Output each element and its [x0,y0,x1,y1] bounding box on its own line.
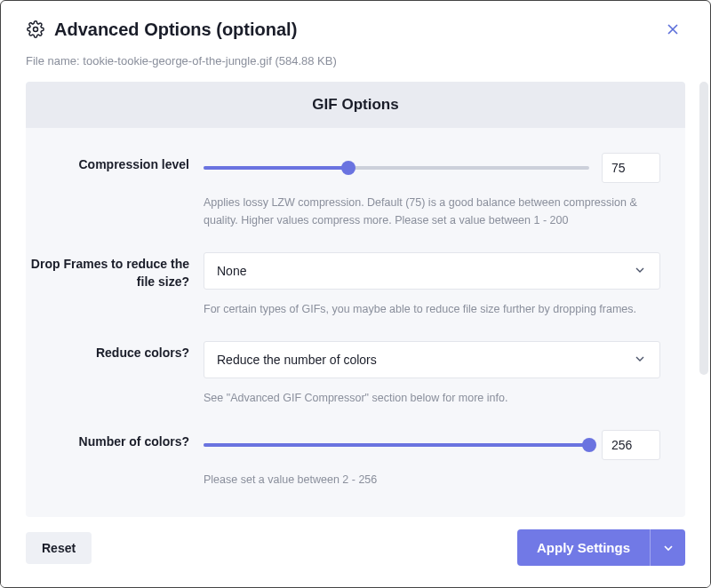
row-drop-frames: Drop Frames to reduce the file size? Non… [26,252,660,318]
row-compression: Compression level Applies lossy LZW comp… [26,153,660,229]
num-colors-hint: Please set a value between 2 - 256 [204,471,660,489]
reduce-colors-select[interactable]: Reduce the number of colors [204,341,660,378]
compression-hint: Applies lossy LZW compression. Default (… [204,194,660,229]
num-colors-slider[interactable] [204,438,589,452]
scrollbar[interactable] [699,82,708,375]
file-name-label: File name: [26,54,80,68]
close-icon[interactable] [660,17,685,42]
modal-title: Advanced Options (optional) [54,20,297,40]
apply-dropdown-button[interactable] [650,529,685,566]
reduce-colors-label: Reduce colors? [26,341,204,362]
drop-frames-select[interactable]: None [204,252,660,290]
modal-footer: Reset Apply Settings [1,517,710,587]
svg-point-0 [34,28,38,32]
apply-settings-button[interactable]: Apply Settings [517,529,650,566]
num-colors-thumb[interactable] [582,438,596,452]
reduce-colors-value: Reduce the number of colors [217,353,377,367]
num-colors-label: Number of colors? [26,430,204,451]
chevron-down-icon [633,263,647,280]
compression-slider[interactable] [204,161,589,175]
file-name-value: tookie-tookie-george-of-the-jungle.gif (… [83,54,336,68]
drop-frames-label: Drop Frames to reduce the file size? [26,252,204,290]
num-colors-input[interactable] [602,430,660,460]
panel-title: GIF Options [26,82,685,128]
reduce-colors-hint: See "Advanced GIF Compressor" section be… [204,389,660,407]
num-colors-fill [204,443,589,447]
row-num-colors: Number of colors? Please set a value bet… [26,430,660,489]
compression-fill [204,166,348,170]
chevron-down-icon [633,352,647,369]
file-name-line: File name: tookie-tookie-george-of-the-j… [1,45,710,82]
gif-options-panel: GIF Options Compression level Applies lo… [26,82,685,517]
compression-label: Compression level [26,153,204,174]
compression-input[interactable] [602,153,660,183]
compression-thumb[interactable] [341,161,356,175]
content-wrap: GIF Options Compression level Applies lo… [1,82,710,517]
drop-frames-hint: For certain types of GIFs, you maybe abl… [204,300,660,318]
reset-button[interactable]: Reset [26,532,92,564]
apply-split-button: Apply Settings [517,529,685,566]
row-reduce-colors: Reduce colors? Reduce the number of colo… [26,341,660,407]
gear-icon [26,20,45,39]
modal-header: Advanced Options (optional) [1,1,710,45]
drop-frames-value: None [217,264,246,278]
